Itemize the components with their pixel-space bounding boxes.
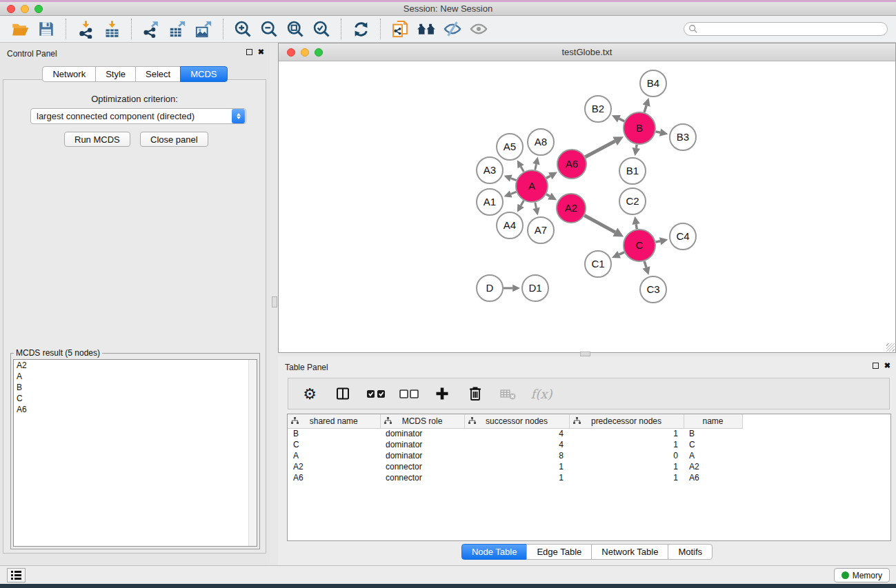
graph-node-C2[interactable]: C2 [619,188,646,214]
column-header-shared-name[interactable]: shared name [288,414,380,428]
graph-edge-A-A8[interactable] [532,157,539,170]
graph-edge-A-A6[interactable] [546,172,557,180]
graph-edge-B-B3[interactable] [656,129,668,136]
tab-edge-table[interactable]: Edge Table [526,544,592,560]
tab-select[interactable]: Select [135,66,181,82]
select-all-columns-icon[interactable] [364,382,388,405]
result-item[interactable]: A [14,371,257,382]
unselect-all-columns-icon[interactable] [397,382,421,405]
zoom-in-icon[interactable] [232,18,254,40]
hide-panels-icon[interactable] [441,18,464,40]
show-panels-icon[interactable] [468,18,490,40]
graph-edge-A-A7[interactable] [532,203,539,216]
export-image-icon[interactable] [192,18,215,40]
table-row[interactable]: Cdominator41C [288,439,742,450]
optimization-criterion-dropdown[interactable]: largest connected component (directed) [30,108,246,124]
table-row[interactable]: Bdominator41B [288,428,742,439]
graph-edge-A-A1[interactable] [504,190,517,197]
memory-button[interactable]: Memory [834,568,890,582]
table-row[interactable]: Adominator80A [288,450,742,461]
clone-network-icon[interactable] [389,18,411,40]
graph-edge-A-A3[interactable] [504,175,517,182]
result-item[interactable]: B [14,382,257,393]
graph-node-A4[interactable]: A4 [497,212,523,239]
close-panel-icon[interactable]: ✖ [258,48,264,56]
graph-edge-A2-C[interactable] [584,216,624,237]
graph-node-A2[interactable]: A2 [557,194,586,223]
import-network-icon[interactable] [74,18,97,40]
save-session-icon[interactable] [35,18,57,40]
close-panel-button[interactable]: Close panel [140,132,208,147]
result-scrollbar[interactable] [248,360,257,546]
import-table-icon[interactable] [101,18,123,40]
table-row[interactable]: A2connector11A2 [288,461,742,472]
graph-node-A[interactable]: A [516,170,548,202]
table-row[interactable]: A6connector11A6 [288,472,742,483]
export-network-icon[interactable] [140,18,162,40]
tab-network-table[interactable]: Network Table [591,544,668,560]
zoom-network-window-button[interactable] [315,48,323,57]
graph-edge-A-A2[interactable] [546,193,557,201]
graph-node-B1[interactable]: B1 [619,158,646,184]
tab-motifs[interactable]: Motifs [668,544,713,560]
tab-node-table[interactable]: Node Table [461,544,528,560]
result-item[interactable]: A6 [14,404,257,415]
show-all-networks-icon[interactable] [415,18,437,40]
graph-node-A6[interactable]: A6 [557,150,586,179]
tab-style[interactable]: Style [95,66,136,82]
float-table-panel-icon[interactable] [873,363,879,369]
graph-edge-C-C3[interactable] [642,261,650,275]
graph-edge-A6-B[interactable] [585,136,624,157]
split-table-icon[interactable] [331,382,355,405]
graph-edge-A-A5[interactable] [517,160,524,172]
graph-node-C4[interactable]: C4 [670,223,696,250]
graph-edge-B-B4[interactable] [643,98,650,112]
vertical-split-handle[interactable] [272,296,277,307]
export-table-icon[interactable] [166,18,188,40]
minimize-network-window-button[interactable] [301,48,309,57]
task-history-button[interactable] [7,568,26,582]
tab-mcds[interactable]: MCDS [180,66,227,82]
graph-edge-B-B2[interactable] [612,115,624,122]
close-table-panel-icon[interactable]: ✖ [884,362,890,369]
mcds-result-list[interactable]: A2ABCA6 [13,359,257,547]
graph-edge-C-C4[interactable] [656,237,668,245]
column-header-name[interactable]: name [684,414,742,428]
graph-node-A8[interactable]: A8 [528,129,554,155]
graph-node-C1[interactable]: C1 [585,251,611,277]
graph-edge-B-B1[interactable] [633,145,640,156]
tab-network[interactable]: Network [42,66,96,82]
network-canvas[interactable]: AA1A3A5A8A4A7A6A2BB1B2B3B4CC1C2C3C4DD1 [279,61,895,352]
close-network-window-button[interactable] [287,48,295,57]
graph-node-D1[interactable]: D1 [522,275,548,301]
column-header-successor-nodes[interactable]: successor nodes [464,414,569,428]
graph-edge-A-A4[interactable] [517,201,524,212]
resize-grip-icon[interactable] [886,343,895,352]
graph-node-C[interactable]: C [624,230,655,261]
float-panel-icon[interactable] [246,49,252,55]
column-header-MCDS-role[interactable]: MCDS role [380,414,464,428]
graph-node-B[interactable]: B [624,112,655,144]
graph-node-A3[interactable]: A3 [477,157,503,183]
open-file-icon[interactable] [9,18,31,40]
network-window-titlebar[interactable]: testGlobe.txt [279,43,895,61]
graph-node-B2[interactable]: B2 [585,96,611,122]
zoom-selected-icon[interactable] [310,18,332,40]
zoom-out-icon[interactable] [258,18,280,40]
close-window-button[interactable] [7,5,15,13]
graph-edge-D-D1[interactable] [504,285,520,292]
graph-node-A5[interactable]: A5 [497,134,523,160]
graph-node-B4[interactable]: B4 [640,70,666,97]
graph-node-C3[interactable]: C3 [640,276,666,303]
delete-columns-icon[interactable] [464,382,487,405]
add-column-icon[interactable] [430,382,454,405]
graph-node-A7[interactable]: A7 [528,217,554,243]
zoom-fit-icon[interactable] [284,18,306,40]
table-settings-icon[interactable]: ⚙ [298,382,321,405]
graph-node-D[interactable]: D [477,275,503,301]
search-input[interactable] [698,24,887,34]
graph-node-B3[interactable]: B3 [670,124,696,150]
graph-edge-C-C1[interactable] [612,251,624,258]
result-item[interactable]: C [14,393,257,404]
zoom-window-button[interactable] [34,5,43,13]
